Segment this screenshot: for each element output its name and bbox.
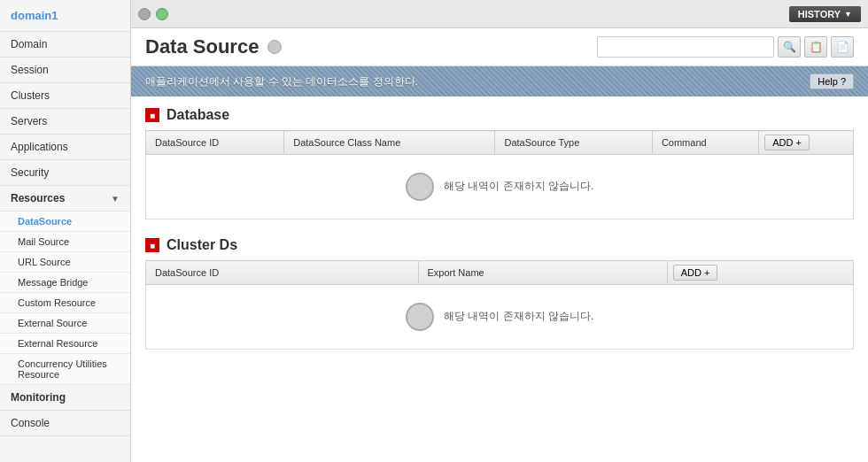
- sidebar-item-domain[interactable]: Domain: [0, 32, 130, 58]
- clusterds-section: ■ Cluster Ds DataSource ID Export Name A…: [145, 237, 854, 350]
- export-icon: 📋: [810, 41, 823, 53]
- db-add-cell: ADD +: [759, 131, 854, 155]
- db-empty-text: 해당 내역이 존재하지 않습니다.: [444, 180, 593, 192]
- sidebar-item-clusters[interactable]: Clusters: [0, 83, 130, 109]
- db-col-command: Command: [652, 131, 758, 155]
- topbar-indicators: [138, 8, 168, 20]
- sidebar-resources-header[interactable]: Resources ▼: [0, 186, 130, 212]
- cds-empty-row: 해당 내역이 존재하지 않습니다.: [146, 285, 854, 350]
- status-indicator-gray: [138, 8, 151, 20]
- sidebar-item-session[interactable]: Session: [0, 58, 130, 83]
- search-icon: 🔍: [783, 41, 796, 53]
- database-section-icon: ■: [145, 108, 159, 122]
- cds-empty-cell: 해당 내역이 존재하지 않습니다.: [146, 285, 854, 350]
- sidebar-console[interactable]: Console: [0, 411, 130, 436]
- clusterds-table: DataSource ID Export Name ADD +: [145, 260, 854, 350]
- help-button[interactable]: Help ?: [810, 73, 854, 89]
- document-icon: 📄: [836, 41, 849, 53]
- cds-empty-icon: [406, 303, 434, 331]
- document-button[interactable]: 📄: [831, 36, 854, 58]
- search-button[interactable]: 🔍: [778, 36, 801, 58]
- page-header: Data Source 🔍 📋 📄: [131, 28, 868, 66]
- sidebar-item-urlsource[interactable]: URL Source: [0, 252, 130, 273]
- header-search-area: 🔍 📋 📄: [597, 36, 854, 58]
- clusterds-section-icon: ■: [145, 238, 159, 252]
- db-col-type: DataSource Type: [495, 131, 652, 155]
- page-title: Data Source: [145, 35, 259, 58]
- sidebar-item-concurrencyutils[interactable]: Concurrency Utilities Resource: [0, 354, 130, 385]
- sidebar-item-security[interactable]: Security: [0, 160, 130, 186]
- cds-empty-text: 해당 내역이 존재하지 않습니다.: [444, 310, 593, 322]
- db-empty-icon: [406, 173, 434, 201]
- sidebar-resources-arrow: ▼: [111, 194, 120, 204]
- database-table: DataSource ID DataSource Class Name Data…: [145, 130, 854, 219]
- sidebar: domain1 Domain Session Clusters Servers …: [0, 0, 131, 462]
- search-input[interactable]: [597, 36, 774, 58]
- topbar: HISTORY ▼: [131, 0, 868, 28]
- sidebar-item-customresource[interactable]: Custom Resource: [0, 293, 130, 313]
- database-section: ■ Database DataSource ID DataSource Clas…: [145, 107, 854, 219]
- cds-add-cell: ADD +: [667, 261, 853, 285]
- db-empty-row: 해당 내역이 존재하지 않습니다.: [146, 155, 854, 219]
- help-label: Help: [818, 76, 838, 87]
- clusterds-section-title: ■ Cluster Ds: [145, 237, 854, 253]
- db-col-id: DataSource ID: [146, 131, 284, 155]
- db-add-label: ADD: [772, 137, 793, 148]
- sidebar-monitoring[interactable]: Monitoring: [0, 385, 130, 411]
- content-area: ■ Database DataSource ID DataSource Clas…: [131, 96, 868, 462]
- cds-add-label: ADD: [681, 267, 701, 278]
- sidebar-item-applications[interactable]: Applications: [0, 135, 130, 160]
- help-icon: ?: [841, 76, 846, 87]
- sidebar-domain[interactable]: domain1: [0, 0, 130, 32]
- clusterds-title-text: Cluster Ds: [167, 237, 237, 253]
- export-button[interactable]: 📋: [804, 36, 827, 58]
- sidebar-resources-label: Resources: [11, 192, 65, 204]
- cds-add-button[interactable]: ADD +: [673, 265, 718, 281]
- sidebar-item-mailsource[interactable]: Mail Source: [0, 232, 130, 252]
- sidebar-item-servers[interactable]: Servers: [0, 109, 130, 135]
- db-add-icon: +: [795, 137, 801, 148]
- history-label: HISTORY: [798, 9, 841, 19]
- db-add-button[interactable]: ADD +: [764, 135, 810, 150]
- info-text: 애플리케이션에서 사용할 수 있는 데이터소스를 정의한다.: [145, 74, 418, 89]
- main-content: HISTORY ▼ Data Source 🔍 📋 📄 애플리케이션에서 사용할…: [131, 0, 868, 462]
- database-title-text: Database: [167, 107, 229, 123]
- history-button[interactable]: HISTORY ▼: [789, 6, 861, 22]
- history-arrow: ▼: [844, 10, 852, 19]
- cds-col-export: Export Name: [418, 261, 667, 285]
- sidebar-item-messagebridge[interactable]: Message Bridge: [0, 273, 130, 293]
- sidebar-item-externalsource[interactable]: External Source: [0, 313, 130, 334]
- db-empty-cell: 해당 내역이 존재하지 않습니다.: [146, 155, 854, 219]
- database-section-title: ■ Database: [145, 107, 854, 123]
- cds-col-id: DataSource ID: [146, 261, 419, 285]
- page-status-circle: [267, 40, 282, 54]
- sidebar-item-externalresource[interactable]: External Resource: [0, 334, 130, 354]
- status-indicator-green: [156, 8, 168, 20]
- cds-add-icon: +: [704, 267, 709, 278]
- sidebar-item-datasource[interactable]: DataSource: [0, 212, 130, 232]
- info-bar: 애플리케이션에서 사용할 수 있는 데이터소스를 정의한다. Help ?: [131, 66, 868, 96]
- db-col-classname: DataSource Class Name: [284, 131, 495, 155]
